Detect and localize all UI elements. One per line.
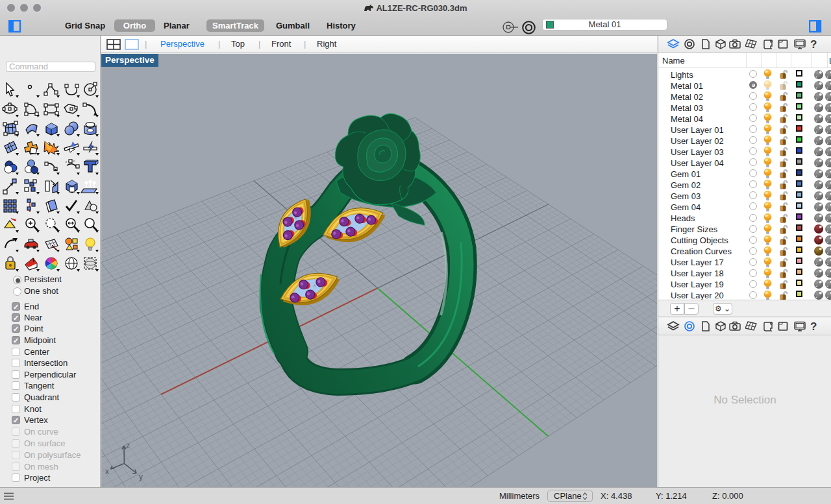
svg-text:?: ?	[810, 321, 817, 332]
svg-text:?: ?	[810, 39, 817, 50]
